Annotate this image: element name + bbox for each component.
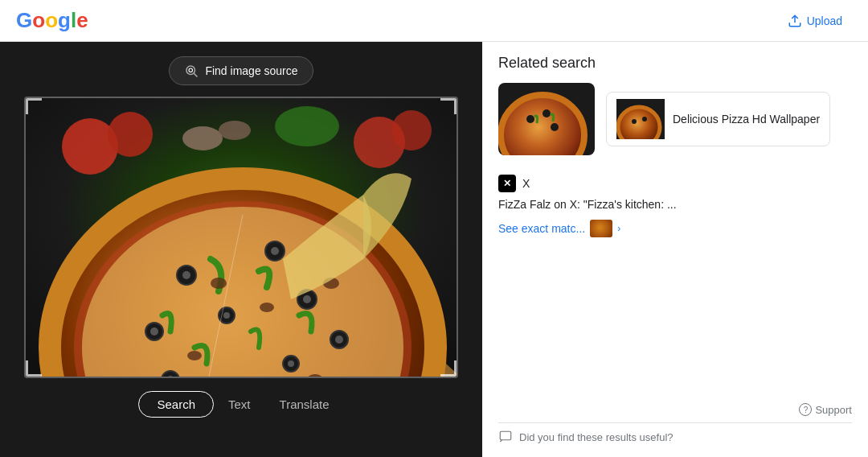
related-item-image xyxy=(616,99,665,139)
right-panel: Related search xyxy=(482,42,868,457)
svg-point-33 xyxy=(211,278,227,289)
related-search-card: Delicious Pizza Hd Wallpaper xyxy=(498,83,852,155)
corner-br xyxy=(440,360,457,377)
svg-point-9 xyxy=(275,106,339,146)
pizza-image xyxy=(26,98,458,378)
see-exact-label: See exact matc... xyxy=(498,222,585,235)
svg-point-48 xyxy=(632,119,637,124)
feedback-row: Did you find these results useful? xyxy=(498,430,852,444)
svg-point-10 xyxy=(182,126,223,150)
upload-button[interactable]: Upload xyxy=(778,9,852,33)
find-image-source-label: Find image source xyxy=(205,64,297,77)
exact-match-thumbnail xyxy=(590,220,612,237)
svg-rect-50 xyxy=(500,431,511,440)
google-logo: G o o g l e xyxy=(16,8,88,33)
svg-point-20 xyxy=(271,247,279,255)
related-thumb-image xyxy=(498,83,595,155)
bottom-actions: ? Support Did you find these results use… xyxy=(498,403,852,444)
logo-o1: o xyxy=(32,8,45,33)
chevron-right-icon: › xyxy=(617,223,620,234)
svg-point-28 xyxy=(335,336,343,344)
source-description: FizZa Falz on X: "Fizza's kitchen: ... xyxy=(498,197,852,213)
svg-point-42 xyxy=(526,115,534,123)
upload-label: Upload xyxy=(807,14,842,27)
source-platform-label: X xyxy=(522,177,530,190)
feedback-text: Did you find these results useful? xyxy=(519,431,674,443)
tab-search[interactable]: Search xyxy=(138,391,214,418)
svg-line-51 xyxy=(500,440,502,442)
x-logo-icon: ✕ xyxy=(498,175,516,192)
related-item[interactable]: Delicious Pizza Hd Wallpaper xyxy=(606,92,830,146)
logo-g2: g xyxy=(58,8,71,33)
logo-o2: o xyxy=(45,8,58,33)
support-label: Support xyxy=(815,404,852,416)
logo-e: e xyxy=(76,8,88,33)
svg-point-26 xyxy=(223,312,230,319)
svg-point-36 xyxy=(187,351,202,360)
logo-g: G xyxy=(16,8,32,33)
find-image-source-button[interactable]: Find image source xyxy=(169,56,313,85)
related-item-thumbnail xyxy=(616,99,665,139)
related-item-label: Delicious Pizza Hd Wallpaper xyxy=(673,113,820,126)
svg-point-44 xyxy=(551,123,559,131)
svg-point-22 xyxy=(150,327,158,336)
support-icon: ? xyxy=(799,403,812,416)
bottom-tabs: Search Text Translate xyxy=(138,391,343,418)
header: G o o g l e Upload xyxy=(0,0,868,42)
see-exact-matches-link[interactable]: See exact matc... › xyxy=(498,220,852,237)
source-header: ✕ X xyxy=(498,175,852,192)
feedback-icon xyxy=(498,430,513,444)
corner-bl xyxy=(26,360,42,377)
svg-point-11 xyxy=(219,121,251,140)
svg-point-8 xyxy=(391,110,432,150)
svg-point-32 xyxy=(288,360,294,367)
svg-point-6 xyxy=(108,112,153,157)
pizza-image-container xyxy=(24,97,458,378)
svg-point-1 xyxy=(186,66,195,75)
main-content: Find image source xyxy=(0,42,868,457)
logo-l: l xyxy=(71,8,76,33)
svg-line-2 xyxy=(194,73,198,76)
search-lens-icon xyxy=(184,64,199,78)
svg-point-43 xyxy=(542,109,551,117)
svg-point-34 xyxy=(260,303,274,312)
corner-tl xyxy=(26,98,42,114)
corner-tr xyxy=(440,98,457,114)
support-row: ? Support xyxy=(498,403,852,416)
tab-translate[interactable]: Translate xyxy=(265,392,344,417)
related-search-thumbnail xyxy=(498,83,595,155)
divider xyxy=(498,422,852,423)
svg-point-24 xyxy=(303,295,311,303)
source-section: ✕ X FizZa Falz on X: "Fizza's kitchen: .… xyxy=(498,175,852,237)
tab-text[interactable]: Text xyxy=(214,392,265,417)
left-panel: Find image source xyxy=(0,42,482,457)
svg-point-3 xyxy=(189,68,193,72)
svg-point-18 xyxy=(182,271,190,279)
svg-point-49 xyxy=(642,117,647,121)
upload-icon xyxy=(788,14,802,28)
related-search-title: Related search xyxy=(498,55,852,72)
